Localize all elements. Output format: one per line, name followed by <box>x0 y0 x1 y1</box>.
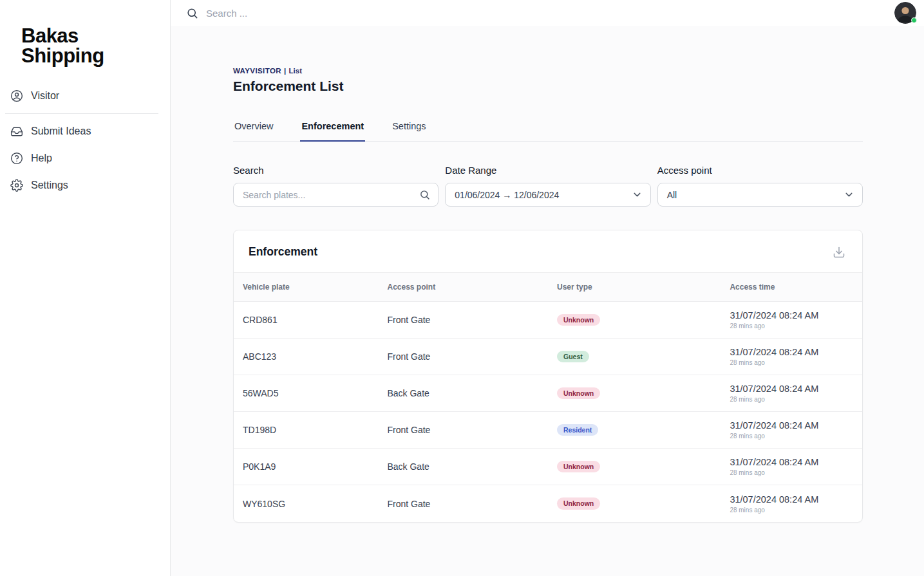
access-point-cell: Front Gate <box>378 492 548 516</box>
access-time-ago: 28 mins ago <box>730 396 853 403</box>
user-type-badge: Resident <box>557 424 598 436</box>
user-type-badge: Unknown <box>557 387 600 400</box>
user-circle-icon <box>10 89 23 102</box>
filter-access-point: Access point All <box>657 165 863 207</box>
card-title: Enforcement <box>249 245 317 259</box>
column-header-vehicle-plate: Vehicle plate <box>234 273 378 301</box>
sidebar-item-help[interactable]: Help <box>5 145 158 172</box>
download-icon[interactable] <box>833 246 845 259</box>
vehicle-plate-cell: CRD861 <box>234 308 378 331</box>
vehicle-plate-cell: TD198D <box>234 418 378 441</box>
user-type-badge: Unknown <box>557 314 600 326</box>
vehicle-plate-cell: 56WAD5 <box>234 382 378 405</box>
access-time: 31/07/2024 08:24 AM <box>730 420 853 431</box>
tab-overview[interactable]: Overview <box>233 121 274 141</box>
sidebar-divider <box>5 113 158 114</box>
table-row[interactable]: WY610SG Front Gate Unknown 31/07/2024 08… <box>234 485 862 522</box>
enforcement-card: Enforcement Vehicle plate Access point U… <box>233 230 863 523</box>
search-icon <box>186 7 198 19</box>
access-point-value: All <box>667 190 677 200</box>
filter-date-range: Date Range 01/06/2024 → 12/06/2024 <box>445 165 650 207</box>
access-time-ago: 28 mins ago <box>730 432 853 440</box>
inbox-icon <box>10 125 23 138</box>
sidebar-item-label: Submit Ideas <box>31 125 91 137</box>
sidebar-item-label: Help <box>31 153 52 164</box>
table-row[interactable]: P0K1A9 Back Gate Unknown 31/07/2024 08:2… <box>234 449 862 485</box>
access-time-ago: 28 mins ago <box>730 506 853 514</box>
filter-date-range-label: Date Range <box>445 165 650 176</box>
breadcrumb-separator: | <box>284 67 287 75</box>
sidebar-nav: Visitor Submit Ideas Help Settings <box>0 82 170 199</box>
table-row[interactable]: TD198D Front Gate Resident 31/07/2024 08… <box>234 412 862 449</box>
tab-enforcement[interactable]: Enforecement <box>300 121 365 141</box>
online-status-dot <box>911 17 917 23</box>
plate-search-control <box>233 183 438 207</box>
chevron-down-icon <box>844 189 854 200</box>
access-time: 31/07/2024 08:24 AM <box>730 347 853 357</box>
vehicle-plate-cell: P0K1A9 <box>234 455 378 478</box>
vehicle-plate-cell: ABC123 <box>234 345 378 368</box>
app-root: Bakas Shipping Visitor Submit Ideas <box>0 0 924 576</box>
brand-line1: Bakas <box>21 26 149 46</box>
topbar <box>171 0 924 26</box>
sidebar-item-settings[interactable]: Settings <box>5 172 158 199</box>
tab-bar: Overview Enforecement Settings <box>233 121 863 142</box>
user-avatar[interactable] <box>894 2 916 24</box>
date-range-select[interactable]: 01/06/2024 → 12/06/2024 <box>445 183 650 207</box>
tab-settings[interactable]: Settings <box>391 121 427 141</box>
filter-access-point-label: Access point <box>657 165 863 176</box>
filter-search: Search <box>233 165 438 207</box>
access-point-cell: Back Gate <box>378 455 548 478</box>
table-row[interactable]: CRD861 Front Gate Unknown 31/07/2024 08:… <box>234 302 862 339</box>
breadcrumb-secondary: List <box>289 67 302 75</box>
vehicle-plate-cell: WY610SG <box>234 492 378 516</box>
sidebar: Bakas Shipping Visitor Submit Ideas <box>0 0 171 576</box>
access-point-cell: Back Gate <box>378 382 548 405</box>
filter-bar: Search Date Range 01/06/2024 → 12/06/202… <box>233 165 863 207</box>
access-time: 31/07/2024 08:24 AM <box>730 457 853 467</box>
search-icon[interactable] <box>419 189 430 200</box>
user-type-badge: Unknown <box>557 461 600 473</box>
breadcrumb: WAYVISITOR|List <box>233 67 863 75</box>
gear-icon <box>10 179 23 192</box>
global-search-input[interactable] <box>206 8 894 19</box>
page-content: WAYVISITOR|List Enforcement List Overvie… <box>171 26 863 548</box>
breadcrumb-primary: WAYVISITOR <box>233 67 281 75</box>
main-area: WAYVISITOR|List Enforcement List Overvie… <box>171 0 924 576</box>
brand-logo: Bakas Shipping <box>0 19 170 82</box>
access-time: 31/07/2024 08:24 AM <box>730 384 853 394</box>
date-range-value: 01/06/2024 → 12/06/2024 <box>455 190 559 200</box>
question-circle-icon <box>10 152 23 165</box>
sidebar-item-label: Visitor <box>31 90 59 102</box>
access-time-ago: 28 mins ago <box>730 322 853 330</box>
column-header-user-type: User type <box>548 273 721 301</box>
plate-search-input[interactable] <box>243 190 419 200</box>
table-header-row: Vehicle plate Access point User type Acc… <box>234 272 862 302</box>
chevron-down-icon <box>632 189 643 200</box>
table-row[interactable]: ABC123 Front Gate Guest 31/07/2024 08:24… <box>234 339 862 375</box>
column-header-access-point: Access point <box>378 273 548 301</box>
access-point-cell: Front Gate <box>378 345 548 368</box>
access-time: 31/07/2024 08:24 AM <box>730 310 853 321</box>
access-time-ago: 28 mins ago <box>730 469 853 476</box>
sidebar-item-visitor[interactable]: Visitor <box>5 82 158 109</box>
brand-line2: Shipping <box>21 46 149 66</box>
user-type-badge: Guest <box>557 351 589 363</box>
card-header: Enforcement <box>234 230 862 272</box>
table-row[interactable]: 56WAD5 Back Gate Unknown 31/07/2024 08:2… <box>234 375 862 412</box>
filter-search-label: Search <box>233 165 438 176</box>
sidebar-item-label: Settings <box>31 180 68 191</box>
column-header-access-time: Access time <box>721 273 862 301</box>
access-point-cell: Front Gate <box>378 418 548 441</box>
access-time: 31/07/2024 08:24 AM <box>730 494 853 505</box>
access-time-ago: 28 mins ago <box>730 359 853 366</box>
page-title: Enforcement List <box>233 79 863 94</box>
user-type-badge: Unknown <box>557 497 600 510</box>
access-point-cell: Front Gate <box>378 308 548 331</box>
access-point-select[interactable]: All <box>657 183 863 207</box>
sidebar-item-submit-ideas[interactable]: Submit Ideas <box>5 118 158 145</box>
